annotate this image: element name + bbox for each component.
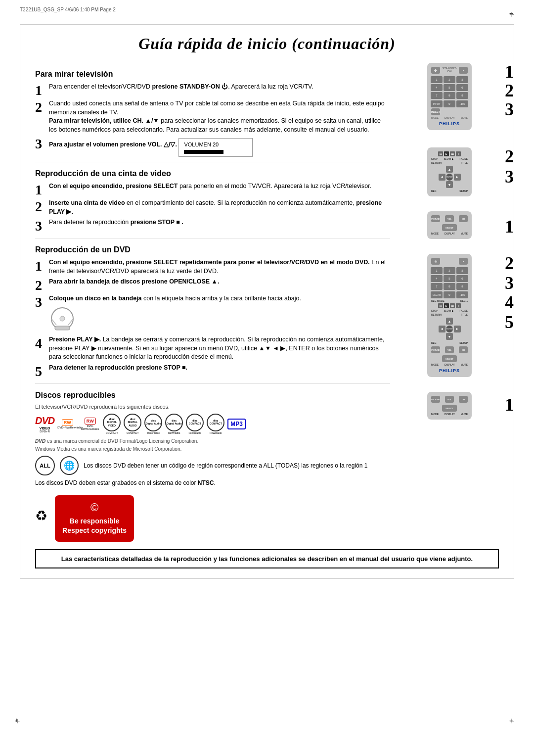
standby-btn[interactable]: ⏻ [431,67,440,74]
volume-bar [184,150,223,154]
num-7[interactable]: 7 [431,92,443,99]
num-5[interactable]: 5 [444,84,455,91]
nav-right-1[interactable]: ► [454,174,461,181]
ff-btn[interactable]: ⏭ [450,151,455,156]
dvd-steps: 1 Con el equipo encendido, presione SELE… [35,258,390,378]
num2-1[interactable]: 1 [431,267,443,274]
nav-left-1[interactable]: ◄ [439,174,445,181]
left-column: Para mirar televisión 1 Para encender el… [35,63,390,542]
dvdr-label: DVD+R [40,430,50,433]
num-0[interactable]: 0 [444,100,455,107]
open-close-btn[interactable]: ▲ [459,67,468,74]
plus100-btn[interactable]: +100 [456,100,468,107]
num2-3[interactable]: 3 [456,267,468,274]
clear-btn[interactable]: CLEAR [431,291,443,298]
mute-label-2: MUTE [461,232,468,235]
num-2[interactable]: 2 [444,76,455,83]
vcr-titles-row: RETURN TITLE [429,161,470,164]
rew-btn-2[interactable]: ⏮ [438,303,443,308]
return-label-2: RETURN [431,313,442,316]
remote-tv-control: ⏻ STANDBY-ON ▲ 1 2 3 4 5 6 7 8 [427,63,472,130]
dvd-brand-note: DVD es una marca comercial de DVD Format… [35,438,390,444]
nav-down-2[interactable]: ▼ [446,333,453,340]
num2-2[interactable]: 2 [444,267,455,274]
standby-btn-2[interactable]: ⏻ [431,258,440,265]
num2-9[interactable]: 9 [456,283,468,290]
select-btn-2[interactable]: SELECT [442,355,457,362]
num2-4[interactable]: 4 [431,275,443,282]
tv-num-3: 3 [505,100,514,118]
num-1[interactable]: 1 [431,76,443,83]
slow-label-1: SLOW ▶ [444,157,453,160]
rew-btn[interactable]: ⏮ [438,151,443,156]
nav-down-1[interactable]: ▼ [446,181,453,188]
enter-btn-1[interactable]: ENTER [446,174,453,181]
region-all-icon: ALL [35,456,55,475]
file-info: T3221UB_QSG_SP 4/6/06 1:40 PM Page 2 [20,7,116,12]
dvd-step-4-content: Presione PLAY ▶. La bandeja se cerrará y… [49,335,390,362]
num2-8[interactable]: 8 [444,283,455,290]
rec-mode-label: REC MODE [431,299,445,302]
tv-step-2: 2 Cuando usted conecta una señal de ante… [35,99,390,134]
display-label-3: DISPLAY [445,363,455,366]
nav-left-2[interactable]: ◄ [439,326,445,332]
picture-btn[interactable]: PICTURE [431,215,440,222]
compact-label-5: Recordable [188,431,201,434]
mode-label-2: MODE [431,232,439,235]
num-9[interactable]: 9 [456,92,468,99]
nav-up-1[interactable]: ▲ [446,166,453,173]
ntsc-text: Los discos DVD deben estar grabados en e… [35,479,390,486]
picture-btn-3[interactable]: PICTURE [431,396,440,403]
vol-btn-2[interactable]: VOL [445,346,454,353]
open-close-btn-2[interactable]: ▲ [459,258,468,265]
num-4[interactable]: 4 [431,84,443,91]
nav-right-2[interactable]: ► [454,326,461,332]
transport-labels-2: STOP SLOW ▶ PAUSE [429,309,470,312]
dvd-step-1-content: Con el equipo encendido, presione SELECT… [49,258,390,276]
vcr-step-1-num: 1 [35,183,45,197]
select-btn-3[interactable]: SELECT [442,405,457,412]
dvd-step-num-1: 1 [505,217,514,236]
play-btn-1[interactable]: ▶ [444,151,449,156]
compact-label-2: COMPACT [127,431,139,434]
pause-btn-1[interactable]: ⏸ [456,151,461,156]
ff-btn-2[interactable]: ⏭ [450,303,455,308]
num2-5[interactable]: 5 [444,275,455,282]
dvd-step-4: 4 Presione PLAY ▶. La bandeja se cerrará… [35,335,390,362]
num2-6[interactable]: 6 [456,275,468,282]
num2-0[interactable]: 0 [444,291,455,298]
num-6[interactable]: 6 [456,84,468,91]
nav-up-2[interactable]: ▲ [446,318,453,325]
rec-label-2: REC ● [460,299,468,302]
inject-btn[interactable]: INJECT [431,108,440,115]
vol-btn-3[interactable]: VOL [445,396,454,403]
tv-step-2-content: Cuando usted conecta una señal de antena… [49,99,390,134]
setup-label-1: SETUP [459,189,468,192]
select-btn-1[interactable]: SELECT [442,224,457,231]
picture-btn-2[interactable]: PICTURE [431,346,440,353]
num-8[interactable]: 8 [444,92,455,99]
disc-circle-6: discCOMPACT [207,414,224,431]
rec-mode-row: REC MODE REC ● [429,299,470,302]
pause-label-2: PAUSE [459,309,468,312]
dvd-step-5: 5 Para detener la reproducción presione … [35,364,390,378]
vol-btn[interactable]: VOL [445,215,454,222]
globe-icon: 🌐 [60,456,79,475]
input-btn[interactable]: INPUT [431,100,443,107]
disc-circle-5: discCOMPACT [186,414,204,431]
compact-r: discDigital Audio Recordable [144,414,162,434]
mode-label-4: MODE [431,413,439,416]
enter-btn-2[interactable]: ENTER [446,326,453,332]
num-3[interactable]: 3 [456,76,468,83]
dvd-step-2-content: Para abrir la bandeja de discos presione… [49,278,390,286]
compact-dvd: discDIGITAL VIDEO COMPACT [103,414,121,434]
play-btn-2[interactable]: ▶ [444,303,449,308]
plus100-btn-2[interactable]: +100 [456,291,468,298]
rw2-label: DVD-RW/Rewritable [80,425,100,430]
ch-btn-2[interactable]: CH [459,346,468,353]
pause-btn-2[interactable]: ⏸ [456,303,461,308]
num2-7[interactable]: 7 [431,283,443,290]
ch-btn-3[interactable]: CH [459,396,468,403]
remote-dvd-1: PICTURE VOL CH SELECT MODE DISPLAY MUTE [400,211,499,239]
ch-btn[interactable]: CH [459,215,468,222]
